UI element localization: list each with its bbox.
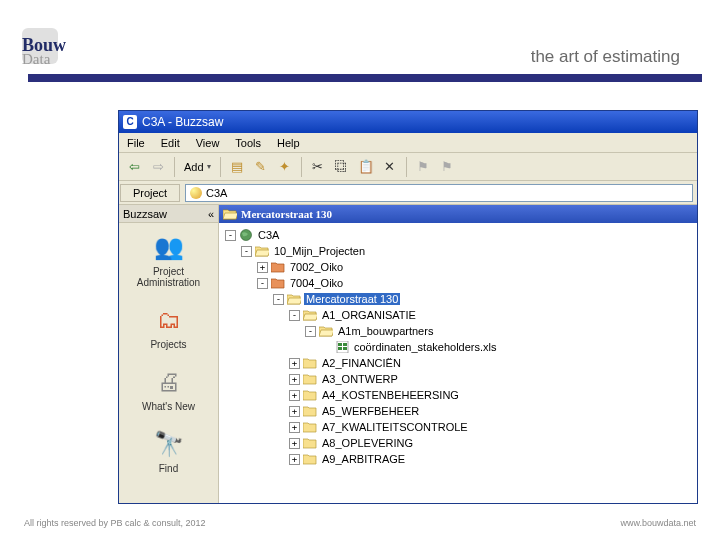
app-icon: C — [123, 115, 137, 129]
expand-icon[interactable]: + — [289, 374, 300, 385]
node-label: A8_OPLEVERING — [320, 437, 415, 449]
tree-node[interactable]: - 7004_Oiko — [219, 275, 697, 291]
folder-icon — [303, 421, 317, 433]
tree-node[interactable]: - 10_Mijn_Projecten — [219, 243, 697, 259]
delete-button[interactable]: ✕ — [379, 156, 401, 178]
add-button[interactable]: Add — [180, 156, 215, 178]
folder-icon — [255, 245, 269, 257]
separator — [220, 157, 221, 177]
folder-icon — [303, 389, 317, 401]
project-value: C3A — [206, 187, 227, 199]
tree-node[interactable]: + A4_KOSTENBEHEERSING — [219, 387, 697, 403]
expand-icon[interactable]: + — [257, 262, 268, 273]
tree-node[interactable]: - A1m_bouwpartners — [219, 323, 697, 339]
collapse-icon[interactable]: - — [305, 326, 316, 337]
binoculars-icon: 🔭 — [153, 428, 185, 460]
expand-icon[interactable]: + — [289, 438, 300, 449]
flag-button-2[interactable]: ⚑ — [436, 156, 458, 178]
sidebar-item-project-admin[interactable]: 👥 Project Administration — [119, 223, 218, 296]
logo: Bouw Data — [22, 36, 66, 67]
tree-node[interactable]: + A3_ONTWERP — [219, 371, 697, 387]
collapse-icon[interactable]: - — [289, 310, 300, 321]
collapse-icon[interactable]: - — [225, 230, 236, 241]
cut-button[interactable]: ✂ — [307, 156, 329, 178]
expand-icon[interactable]: + — [289, 406, 300, 417]
copy-button[interactable]: ⿻ — [331, 156, 353, 178]
tagline: the art of estimating — [531, 48, 680, 65]
folder-icon — [303, 437, 317, 449]
node-label: 7002_Oiko — [288, 261, 345, 273]
flag-button-1[interactable]: ⚑ — [412, 156, 434, 178]
node-label: A1_ORGANISATIE — [320, 309, 418, 321]
tree-node[interactable]: + A7_KWALITEITSCONTROLE — [219, 419, 697, 435]
titlebar[interactable]: C C3A - Buzzsaw — [119, 111, 697, 133]
tree-header-label: Mercatorstraat 130 — [241, 205, 332, 223]
tree-node[interactable]: + A2_FINANCIËN — [219, 355, 697, 371]
footer-left: All rights reserved by PB calc & consult… — [24, 519, 206, 528]
collapse-icon[interactable]: - — [241, 246, 252, 257]
app-window: C C3A - Buzzsaw File Edit View Tools Hel… — [118, 110, 698, 504]
bulb-icon — [190, 187, 202, 199]
folder-icon — [223, 208, 237, 220]
menu-file[interactable]: File — [119, 137, 153, 149]
project-bar: Project C3A — [119, 181, 697, 205]
expand-icon[interactable]: + — [289, 454, 300, 465]
separator — [406, 157, 407, 177]
folder-icon — [303, 453, 317, 465]
xls-icon — [335, 341, 349, 353]
folder-icon — [271, 261, 285, 273]
back-button[interactable]: ⇦ — [123, 156, 145, 178]
folder-icon — [319, 325, 333, 337]
expand-icon[interactable]: + — [289, 422, 300, 433]
sidebar-item-label: Project Administration — [121, 266, 216, 288]
node-label: A2_FINANCIËN — [320, 357, 403, 369]
collapse-icon[interactable]: - — [257, 278, 268, 289]
folder-icon — [303, 373, 317, 385]
project-field[interactable]: C3A — [185, 184, 693, 202]
tree-node[interactable]: + A8_OPLEVERING — [219, 435, 697, 451]
menu-view[interactable]: View — [188, 137, 228, 149]
sidebar-item-projects[interactable]: 🗂 Projects — [119, 296, 218, 358]
menubar: File Edit View Tools Help — [119, 133, 697, 153]
node-label: A9_ARBITRAGE — [320, 453, 407, 465]
printer-icon: 🖨 — [153, 366, 185, 398]
node-label: coördinaten_stakeholders.xls — [352, 341, 498, 353]
footer: All rights reserved by PB calc & consult… — [0, 519, 720, 528]
node-label: A3_ONTWERP — [320, 373, 400, 385]
tree-node[interactable]: + A5_WERFBEHEER — [219, 403, 697, 419]
sidebar-item-label: What's New — [121, 401, 216, 412]
sidebar: Buzzsaw « 👥 Project Administration 🗂 Pro… — [119, 205, 219, 503]
paste-button[interactable]: 📋 — [355, 156, 377, 178]
tool-btn-3[interactable]: ✦ — [274, 156, 296, 178]
tree-node[interactable]: + 7002_Oiko — [219, 259, 697, 275]
spacer — [321, 342, 332, 353]
window-title: C3A - Buzzsaw — [142, 115, 223, 129]
collapse-icon[interactable]: - — [273, 294, 284, 305]
menu-edit[interactable]: Edit — [153, 137, 188, 149]
tree-node[interactable]: - A1_ORGANISATIE — [219, 307, 697, 323]
expand-icon[interactable]: + — [289, 358, 300, 369]
project-label[interactable]: Project — [120, 184, 180, 202]
sidebar-header: Buzzsaw « — [119, 205, 218, 223]
sidebar-item-whats-new[interactable]: 🖨 What's New — [119, 358, 218, 420]
node-label: 7004_Oiko — [288, 277, 345, 289]
folder-icon — [303, 357, 317, 369]
sidebar-item-find[interactable]: 🔭 Find — [119, 420, 218, 482]
node-label: A7_KWALITEITSCONTROLE — [320, 421, 470, 433]
forward-button[interactable]: ⇨ — [147, 156, 169, 178]
tree[interactable]: - C3A - 10_Mijn_Projecten + 7002_Oiko - — [219, 223, 697, 471]
tree-node-file[interactable]: coördinaten_stakeholders.xls — [219, 339, 697, 355]
node-label: 10_Mijn_Projecten — [272, 245, 367, 257]
tree-node-root[interactable]: - C3A — [219, 227, 697, 243]
sidebar-item-label: Projects — [121, 339, 216, 350]
menu-tools[interactable]: Tools — [227, 137, 269, 149]
people-icon: 👥 — [153, 231, 185, 263]
sidebar-collapse-icon[interactable]: « — [208, 208, 214, 220]
sidebar-title: Buzzsaw — [123, 208, 167, 220]
tool-btn-1[interactable]: ▤ — [226, 156, 248, 178]
tree-node-selected[interactable]: - Mercatorstraat 130 — [219, 291, 697, 307]
expand-icon[interactable]: + — [289, 390, 300, 401]
menu-help[interactable]: Help — [269, 137, 308, 149]
tool-btn-2[interactable]: ✎ — [250, 156, 272, 178]
tree-node[interactable]: + A9_ARBITRAGE — [219, 451, 697, 467]
